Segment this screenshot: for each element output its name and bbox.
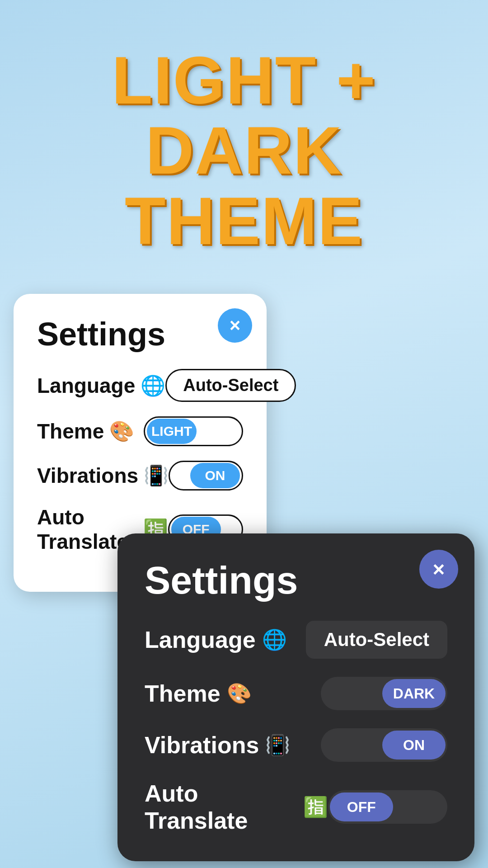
light-theme-toggle[interactable]: LIGHT	[144, 416, 243, 446]
light-close-button[interactable]: ×	[218, 308, 252, 343]
light-panel-title: Settings	[37, 316, 243, 353]
globe-icon: 🌐	[141, 374, 165, 397]
light-vibrations-label: Vibrations 📳	[37, 463, 169, 488]
dark-auto-translate-row: Auto Translate 🈯 OFF	[145, 780, 447, 834]
dark-vibrations-knob: ON	[382, 731, 446, 760]
dark-theme-row: Theme 🎨 DARK	[145, 677, 447, 710]
light-vibrations-knob: ON	[190, 463, 240, 488]
dark-language-label: Language 🌐	[145, 626, 287, 653]
close-icon: ×	[230, 316, 241, 335]
dark-vibrations-toggle[interactable]: ON	[321, 728, 447, 762]
light-vibrations-toggle[interactable]: ON	[169, 461, 243, 491]
dark-vibrations-label: Vibrations 📳	[145, 731, 290, 759]
dark-vibrations-row: Vibrations 📳 ON	[145, 728, 447, 762]
dark-auto-translate-knob: OFF	[330, 793, 393, 821]
light-theme-row: Theme 🎨 LIGHT	[37, 416, 243, 446]
light-language-label: Language 🌐	[37, 373, 165, 398]
dark-panel-title: Settings	[145, 558, 447, 603]
vibration-icon-dark: 📳	[265, 733, 290, 757]
light-language-row: Language 🌐 Auto-Select	[37, 369, 243, 402]
dark-auto-translate-toggle[interactable]: OFF	[328, 790, 447, 824]
dark-theme-label: Theme 🎨	[145, 680, 252, 707]
translate-icon-dark: 🈯	[303, 795, 328, 819]
dark-settings-panel: Settings × Language 🌐 Auto-Select Theme …	[117, 533, 474, 861]
hero-title: Light + Dark Theme	[0, 45, 488, 256]
dark-language-row: Language 🌐 Auto-Select	[145, 621, 447, 659]
light-language-select[interactable]: Auto-Select	[165, 369, 296, 402]
globe-icon-dark: 🌐	[262, 628, 287, 651]
dark-close-button[interactable]: ×	[419, 550, 458, 589]
palette-icon: 🎨	[109, 420, 134, 443]
light-vibrations-row: Vibrations 📳 ON	[37, 461, 243, 491]
dark-theme-toggle[interactable]: DARK	[321, 677, 447, 710]
light-theme-label: Theme 🎨	[37, 419, 134, 443]
palette-icon-dark: 🎨	[227, 682, 252, 705]
close-icon-dark: ×	[433, 559, 445, 580]
dark-theme-knob: DARK	[382, 679, 446, 708]
light-theme-knob: LIGHT	[147, 419, 197, 444]
dark-language-select[interactable]: Auto-Select	[306, 621, 447, 659]
vibration-icon: 📳	[144, 464, 169, 487]
dark-auto-translate-label: Auto Translate 🈯	[145, 780, 328, 834]
